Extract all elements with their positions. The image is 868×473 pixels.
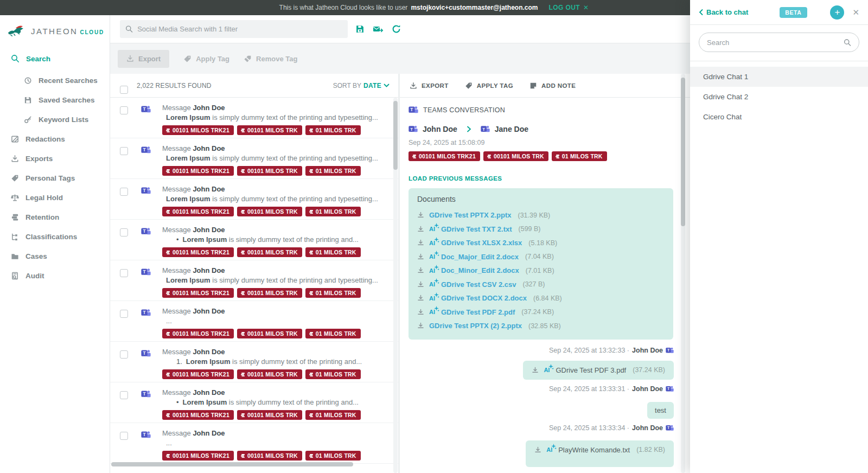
result-row[interactable]: T Message John Doe Lorem Ipsum is simply… <box>110 260 398 301</box>
sidebar-item-classifications[interactable]: Classifications <box>0 227 110 246</box>
sort-control[interactable]: SORT BY DATE <box>333 82 390 90</box>
teams-icon: T <box>409 125 418 133</box>
row-checkbox[interactable] <box>120 188 128 196</box>
chat-search-input[interactable] <box>707 39 844 47</box>
document-link[interactable]: GDrive Test DOCX 2.docx <box>441 294 527 302</box>
sidebar-item-personal-tags[interactable]: Personal Tags <box>0 168 110 188</box>
chat-search-box[interactable] <box>699 33 859 52</box>
main-search-box[interactable] <box>120 20 348 38</box>
detail-vscroll-thumb[interactable] <box>681 78 685 226</box>
document-link[interactable]: GDrive Test PDF 2.pdf <box>441 308 515 316</box>
download-icon[interactable] <box>417 322 424 329</box>
tag-badge: 00101 MILOS TRK21 <box>162 166 234 176</box>
row-checkbox[interactable] <box>120 269 128 277</box>
document-link[interactable]: GDrive Test PPTX 2.pptx <box>429 211 511 219</box>
conversation-timestamp: Sep 24, 2025 at 15:08:09 <box>409 139 674 146</box>
row-checkbox[interactable] <box>120 106 128 114</box>
new-chat-button[interactable]: + <box>830 5 844 20</box>
history-icon <box>24 76 32 85</box>
svg-text:T: T <box>143 229 145 234</box>
result-row[interactable]: T Message John Doe 1.Lorem Ipsum is simp… <box>110 342 398 382</box>
recipient-name: Jane Doe <box>495 125 528 133</box>
ai-badge: AI <box>429 281 435 287</box>
document-link[interactable]: GDrive Test PPTX (2) 2.pptx <box>429 322 522 330</box>
download-icon[interactable] <box>417 309 424 316</box>
download-icon[interactable] <box>417 281 424 288</box>
download-icon[interactable] <box>417 239 424 246</box>
chat-list-item[interactable]: Gdrive Chat 2 <box>690 87 868 107</box>
sidebar-item-saved-searches[interactable]: Saved Searches <box>0 90 110 110</box>
result-row[interactable]: T Message John Doe ... 00101 MI <box>110 301 398 342</box>
refresh-icon[interactable] <box>392 24 401 34</box>
document-link[interactable]: Doc_Major_Edit 2.docx <box>441 253 519 261</box>
ai-badge: AI <box>544 367 550 373</box>
remove-tag-button[interactable]: Remove Tag <box>244 55 297 63</box>
main-search-input[interactable] <box>137 25 342 33</box>
apply-tag-button[interactable]: Apply Tag <box>183 55 229 63</box>
detail-add-note-button[interactable]: ADD NOTE <box>529 82 576 90</box>
download-icon[interactable] <box>532 367 539 374</box>
file-name[interactable]: GDrive Test PDF 3.pdf <box>556 366 626 374</box>
sender-name: John Doe <box>632 347 663 354</box>
sidebar-item-exports[interactable]: Exports <box>0 149 110 168</box>
teams-icon: T <box>666 424 674 432</box>
svg-text:T: T <box>143 432 145 437</box>
file-name[interactable]: PlayWrite Komande.txt <box>558 446 630 454</box>
result-row[interactable]: T Message John Doe ... 00101 MI <box>110 423 398 464</box>
tag-slash-icon <box>244 55 252 63</box>
sidebar: JATHEONCLOUD Search Recent Searches Save… <box>0 15 110 473</box>
download-icon[interactable] <box>417 267 424 274</box>
sender-name: John Doe <box>193 348 225 356</box>
load-previous-messages-link[interactable]: LOAD PREVIOUS MESSAGES <box>409 175 674 182</box>
email-results-icon[interactable] <box>373 24 384 34</box>
result-row[interactable]: T Message John Doe Lorem Ipsum is simply… <box>110 179 398 220</box>
result-tags: 00101 MILOS TRK21 00101 MILOS TRK 01 MIL… <box>162 410 361 420</box>
chat-list-item[interactable]: Gdrive Chat 1 <box>690 67 868 87</box>
download-icon[interactable] <box>417 295 424 302</box>
sidebar-item-legal-hold[interactable]: Legal Hold <box>0 188 110 207</box>
chat-list-item[interactable]: Cicero Chat <box>690 107 868 127</box>
sidebar-item-audit[interactable]: Audit <box>0 266 110 285</box>
sidebar-item-search[interactable]: Search <box>0 49 110 68</box>
sidebar-item-redactions[interactable]: Redactions <box>0 129 110 149</box>
select-all-checkbox[interactable] <box>120 86 128 94</box>
tag-badge: 00101 MILOS TRK <box>237 166 302 176</box>
sidebar-item-recent-searches[interactable]: Recent Searches <box>0 71 110 90</box>
row-checkbox[interactable] <box>120 391 128 399</box>
row-checkbox[interactable] <box>120 350 128 359</box>
sidebar-item-retention[interactable]: Retention <box>0 207 110 227</box>
logout-close-icon[interactable]: ✕ <box>583 4 589 11</box>
download-icon[interactable] <box>417 212 424 219</box>
row-checkbox[interactable] <box>120 228 128 237</box>
document-link[interactable]: GDrive Test TXT 2.txt <box>441 225 512 233</box>
document-link[interactable]: GDrive Test XLSX 2.xlsx <box>441 239 522 247</box>
tag-badge: 00101 MILOS TRK21 <box>162 288 234 298</box>
close-panel-icon[interactable]: ✕ <box>852 8 859 17</box>
document-link[interactable]: Doc_Minor_Edit 2.docx <box>441 266 519 274</box>
redaction-icon <box>11 135 19 143</box>
save-search-icon[interactable] <box>355 24 365 34</box>
download-icon[interactable] <box>417 253 424 260</box>
results-vscroll-thumb[interactable] <box>393 101 398 170</box>
result-row[interactable]: T Message John Doe Lorem Ipsum is simply… <box>110 138 398 179</box>
download-icon[interactable] <box>417 226 424 233</box>
tag-badge: 00101 MILOS TRK <box>237 410 302 420</box>
row-checkbox[interactable] <box>120 147 128 155</box>
row-checkbox[interactable] <box>120 310 128 318</box>
detail-apply-tag-button[interactable]: APPLY TAG <box>465 82 513 90</box>
detail-export-button[interactable]: EXPORT <box>410 82 449 90</box>
tag-badge: 01 MILOS TRK <box>305 369 361 379</box>
result-row[interactable]: T Message John Doe •Lorem Ipsum is simpl… <box>110 382 398 423</box>
download-icon[interactable] <box>534 446 541 453</box>
export-button[interactable]: Export <box>118 50 169 68</box>
results-hscroll-thumb[interactable] <box>111 462 353 466</box>
logout-button[interactable]: LOG OUT ✕ <box>548 4 589 11</box>
result-row[interactable]: T Message John Doe Lorem Ipsum is simply… <box>110 98 398 138</box>
document-link[interactable]: GDrive Test CSV 2.csv <box>441 280 516 289</box>
retention-layers-icon <box>240 372 245 377</box>
row-checkbox[interactable] <box>120 432 128 440</box>
sidebar-item-keyword-lists[interactable]: Keyword Lists <box>0 110 110 129</box>
back-to-chat-link[interactable]: Back to chat <box>699 8 748 16</box>
result-row[interactable]: T Message John Doe •Lorem Ipsum is simpl… <box>110 220 398 260</box>
sidebar-item-cases[interactable]: Cases <box>0 246 110 266</box>
